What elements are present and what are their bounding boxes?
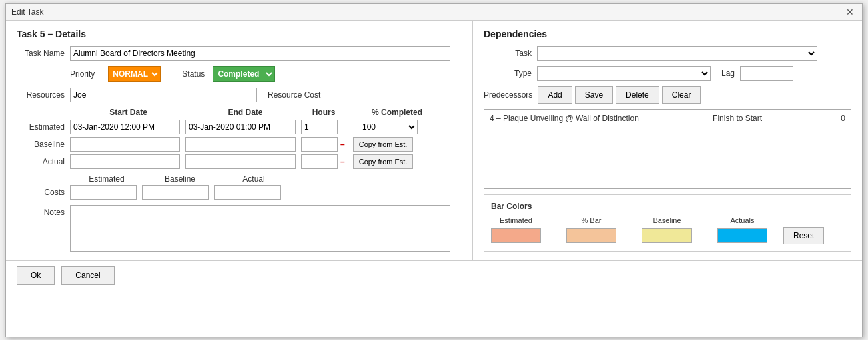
notes-label: Notes [17,205,70,217]
save-button[interactable]: Save [575,86,613,104]
pct-bar-label: % Bar [566,216,616,224]
delete-button[interactable]: Delete [616,86,659,104]
dates-header: Start Date End Date Hours % Completed [17,108,462,117]
ok-button[interactable]: Ok [17,266,55,285]
right-panel: Dependencies Task Type Finish to Start S… [473,21,862,260]
notes-textarea[interactable] [70,205,450,252]
dep-list-item: 4 – Plaque Unveiling @ Wall of Distincti… [487,112,848,124]
notes-row: Notes [17,205,462,252]
actual-row: Actual – Copy from Est. [17,154,462,169]
priority-label: Priority [70,69,100,79]
baseline-cost-input[interactable] [142,185,209,200]
estimated-label: Estimated [17,122,70,132]
dep-type-row: Type Finish to Start Start to Start Fini… [484,66,851,81]
baseline-dash: – [340,140,345,149]
bar-colors-section: Bar Colors Estimated % Bar Baseline Actu… [484,194,851,252]
resources-label: Resources [17,90,70,100]
dialog-titlebar: Edit Task ✕ [6,4,862,21]
hours-header: Hours [304,108,344,117]
costs-label: Costs [17,188,70,197]
clear-button[interactable]: Clear [662,86,701,104]
estimated-cost-header: Estimated [70,174,143,184]
resource-cost-input[interactable] [326,88,392,102]
start-date-header: Start Date [70,108,187,117]
copy-from-est-actual-button[interactable]: Copy from Est. [353,154,414,169]
lag-label: Lag [721,69,735,78]
dialog-body: Task 5 – Details Task Name Priority NORM… [6,21,862,260]
estimated-hours-input[interactable] [301,120,338,134]
add-button[interactable]: Add [538,86,572,104]
baseline-cost-header: Baseline [143,174,217,184]
actual-start-input[interactable] [70,154,180,169]
estimated-start-input[interactable] [70,120,180,134]
reset-button[interactable]: Reset [783,227,824,244]
baseline-label: Baseline [17,140,70,149]
baseline-color-swatch[interactable] [642,228,692,243]
actual-hours-input[interactable] [301,154,338,169]
resource-cost-label: Resource Cost [268,90,320,100]
costs-row: Costs [17,185,462,200]
baseline-hours-input[interactable] [301,137,338,152]
dep-task-select[interactable] [537,46,817,61]
estimated-color-swatch[interactable] [491,228,541,243]
pct-header: % Completed [364,108,430,117]
left-section-title: Task 5 – Details [17,29,462,39]
resources-input[interactable] [70,88,257,102]
resources-row: Resources Resource Cost [17,88,462,102]
estimated-end-input[interactable] [185,120,296,134]
close-button[interactable]: ✕ [843,7,857,17]
dep-type-select[interactable]: Finish to Start Start to Start Finish to… [537,66,711,81]
actuals-color-swatch[interactable] [717,228,767,243]
priority-status-row: Priority NORMAL HIGH LOW Status Complete… [70,66,462,82]
status-label: Status [182,69,205,79]
baseline-row: Baseline – Copy from Est. [17,137,462,152]
predecessors-row: Predecessors Add Save Delete Clear [484,86,851,104]
task-name-label: Task Name [17,49,70,58]
actual-label: Actual [17,157,70,166]
dep-item-type: Finish to Start [713,114,762,123]
pct-completed-select[interactable]: 100 0 25 50 75 [358,120,418,134]
baseline-start-input[interactable] [70,137,180,152]
right-section-title: Dependencies [484,29,851,39]
bar-colors-title: Bar Colors [491,202,844,211]
actual-cost-header: Actual [217,174,290,184]
edit-task-dialog: Edit Task ✕ Task 5 – Details Task Name P… [5,3,863,337]
task-name-input[interactable] [70,46,450,61]
estimated-row: Estimated 100 0 25 50 75 [17,120,462,134]
actual-cost-input[interactable] [214,185,281,200]
actual-end-input[interactable] [185,154,296,169]
copy-from-est-baseline-button[interactable]: Copy from Est. [353,137,414,152]
costs-header: Estimated Baseline Actual [17,174,462,184]
dep-task-label: Task [484,49,537,58]
costs-section: Estimated Baseline Actual Costs [17,174,462,200]
lag-input[interactable] [740,66,793,81]
dialog-title: Edit Task [11,7,43,17]
cancel-button[interactable]: Cancel [61,266,114,285]
dep-item-name: 4 – Plaque Unveiling @ Wall of Distincti… [490,114,639,123]
estimated-bar-label: Estimated [491,216,541,224]
actual-dash: – [340,157,345,166]
predecessors-label: Predecessors [484,90,538,100]
status-select[interactable]: Completed In Progress Not Started [213,66,275,82]
dep-type-label: Type [484,69,537,78]
estimated-cost-input[interactable] [70,185,137,200]
end-date-header: End Date [187,108,304,117]
dep-item-lag: 0 [841,114,845,123]
task-name-row: Task Name [17,46,462,61]
left-panel: Task 5 – Details Task Name Priority NORM… [6,21,473,260]
priority-select[interactable]: NORMAL HIGH LOW [108,66,161,82]
dep-task-row: Task [484,46,851,61]
baseline-end-input[interactable] [185,137,296,152]
dep-list: 4 – Plaque Unveiling @ Wall of Distincti… [484,109,851,189]
actuals-bar-label: Actuals [717,216,767,224]
dialog-footer: Ok Cancel [6,260,862,290]
baseline-bar-label: Baseline [642,216,692,224]
pct-bar-color-swatch[interactable] [566,228,616,243]
